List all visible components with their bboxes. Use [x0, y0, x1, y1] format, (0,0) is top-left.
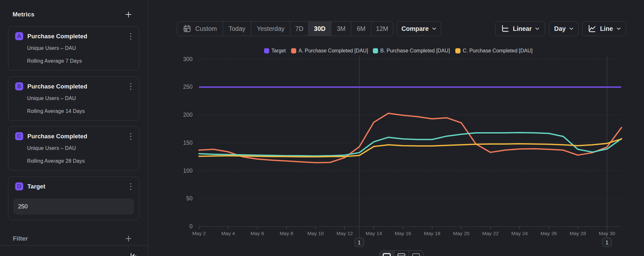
svg-text:May 4: May 4 — [221, 231, 235, 236]
svg-text:150: 150 — [183, 140, 193, 146]
svg-text:200: 200 — [183, 112, 193, 118]
svg-text:1: 1 — [606, 240, 609, 245]
svg-text:May 22: May 22 — [482, 231, 499, 236]
svg-text:May 8: May 8 — [279, 231, 293, 236]
svg-text:May 20: May 20 — [453, 231, 469, 236]
svg-text:100: 100 — [183, 168, 193, 174]
svg-text:May 10: May 10 — [308, 231, 324, 236]
svg-text:300: 300 — [183, 56, 193, 62]
svg-text:1: 1 — [358, 240, 361, 245]
svg-text:May 14: May 14 — [366, 231, 382, 236]
svg-text:250: 250 — [183, 84, 193, 90]
svg-text:May 12: May 12 — [336, 231, 353, 236]
svg-text:May 2: May 2 — [192, 231, 206, 236]
svg-text:50: 50 — [186, 195, 193, 202]
svg-text:May 28: May 28 — [570, 231, 586, 236]
svg-text:0: 0 — [189, 223, 193, 230]
svg-text:May 18: May 18 — [424, 231, 440, 236]
svg-text:May 24: May 24 — [511, 231, 528, 236]
svg-text:May 26: May 26 — [541, 231, 557, 236]
svg-text:May 6: May 6 — [251, 231, 264, 236]
svg-text:May 30: May 30 — [599, 231, 615, 236]
svg-text:May 16: May 16 — [395, 231, 411, 236]
